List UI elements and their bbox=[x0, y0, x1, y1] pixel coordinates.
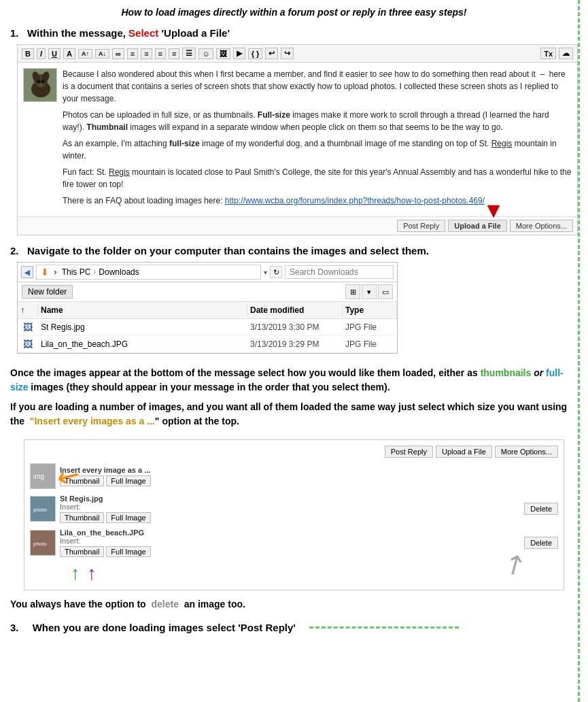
more-options-btn[interactable]: More Options... bbox=[510, 220, 573, 232]
lila-details: Lila_on_the_beach.JPG Insert: Thumbnail … bbox=[60, 529, 520, 557]
step1-prefix: Within the message, bbox=[27, 27, 126, 39]
new-folder-btn[interactable]: New folder bbox=[22, 285, 73, 299]
lila-thumbnail-btn[interactable]: Thumbnail bbox=[60, 546, 104, 557]
step3-text3: images (they should appear in your messa… bbox=[28, 382, 390, 392]
date-col-header[interactable]: Date modified bbox=[247, 304, 343, 316]
back-btn[interactable]: ◀ bbox=[21, 266, 33, 278]
path-downloads-label[interactable]: Downloads bbox=[99, 267, 139, 277]
step-final-heading: 3. When you are done loading images sele… bbox=[10, 622, 578, 633]
align-btn[interactable]: ☰ bbox=[182, 48, 196, 59]
forum-toolbar: B I U A A↑ A↓ ∞ ≡ ≡ ≡ ≡ ☰ ☺ 🖼 ▶ { } ↩ ↪ … bbox=[18, 45, 577, 63]
code-btn[interactable]: { } bbox=[248, 48, 263, 59]
page-title: How to load images directly within a for… bbox=[10, 7, 578, 18]
purple-arrow-icon: ↑ bbox=[87, 563, 97, 584]
name-col-header[interactable]: Name bbox=[38, 304, 247, 316]
link-btn[interactable]: ∞ bbox=[112, 48, 124, 59]
underline-btn[interactable]: U bbox=[48, 48, 60, 59]
forum-text-content: Because I also wondered about this when … bbox=[63, 68, 572, 211]
svg-text:photo: photo bbox=[33, 507, 48, 513]
faq-link[interactable]: http://www.wcba.org/forums/index.php?thr… bbox=[225, 196, 485, 205]
view-dropdown-btn[interactable]: ▾ bbox=[362, 284, 377, 299]
sort-icon-col: ↑ bbox=[18, 304, 38, 316]
explorer-toolbar: New folder ⊞ ▾ ▭ bbox=[18, 282, 397, 302]
file-date: 3/13/2019 3:29 PM bbox=[247, 339, 343, 349]
panel-more-btn[interactable]: More Options... bbox=[495, 446, 558, 458]
cloud-btn[interactable]: ☁ bbox=[559, 48, 573, 59]
video-btn[interactable]: ▶ bbox=[233, 48, 245, 59]
lila-delete-btn[interactable]: Delete bbox=[524, 537, 558, 549]
step2-text: Navigate to the folder on your computer … bbox=[27, 245, 429, 256]
type-col-header[interactable]: Type bbox=[343, 304, 397, 316]
delete-text2: an image too. bbox=[184, 599, 245, 609]
stregis-thumbnail-btn[interactable]: Thumbnail bbox=[60, 512, 104, 523]
table-row[interactable]: 🖼 Lila_on_the_beach.JPG 3/13/2019 3:29 P… bbox=[18, 336, 397, 353]
column-headers: ↑ Name Date modified Type bbox=[18, 302, 397, 319]
bottom-arrows: ↑ ↑ bbox=[71, 563, 558, 584]
path-bar: ⬇ › This PC › Downloads bbox=[36, 265, 261, 280]
dashed-line bbox=[309, 626, 459, 629]
forum-editor-box: B I U A A↑ A↓ ∞ ≡ ≡ ≡ ≡ ☰ ☺ 🖼 ▶ { } ↩ ↪ … bbox=[17, 44, 578, 235]
table-row[interactable]: 🖼 St Regis.jpg 3/13/2019 3:30 PM JPG Fil… bbox=[18, 319, 397, 336]
forum-para1: Because I also wondered about this when … bbox=[63, 68, 572, 105]
pane-btn[interactable]: ▭ bbox=[378, 284, 393, 299]
name-col-label: Name bbox=[41, 305, 63, 315]
insert-word: "Insert every images as a ... bbox=[30, 416, 155, 427]
step-final-text: When you are done loading images select … bbox=[33, 622, 296, 633]
details-view-btn[interactable]: ⊞ bbox=[345, 284, 360, 299]
thumbnails-word: thumbnails bbox=[481, 367, 532, 378]
type-col-label: Type bbox=[345, 305, 364, 315]
downloads-icon: ⬇ bbox=[41, 267, 49, 278]
svg-point-7 bbox=[38, 81, 40, 83]
image-row-stregis: photo St Regis.jpg Insert: Thumbnail Ful… bbox=[30, 495, 558, 523]
image-section: ↙ Post Reply Upload a File More Options.… bbox=[17, 439, 571, 590]
every-label: Insert every image as a ... bbox=[60, 466, 558, 474]
step1-select: Select bbox=[128, 27, 158, 39]
svg-text:img: img bbox=[33, 473, 44, 480]
image-btn[interactable]: 🖼 bbox=[216, 48, 230, 59]
stregis-delete-btn[interactable]: Delete bbox=[524, 503, 558, 515]
file-name: Lila_on_the_beach.JPG bbox=[38, 339, 247, 349]
lila-insert-label: Insert: bbox=[60, 537, 520, 545]
file-date: 3/13/2019 3:30 PM bbox=[247, 322, 343, 332]
path-this-pc-label[interactable]: This PC bbox=[62, 267, 91, 277]
lila-insert-btns: Thumbnail Full Image bbox=[60, 546, 520, 557]
post-reply-btn[interactable]: Post Reply bbox=[397, 220, 445, 232]
delete-paragraph: You always have the option to delete an … bbox=[10, 599, 578, 609]
panel-post-reply-btn[interactable]: Post Reply bbox=[385, 446, 433, 458]
ol-btn[interactable]: ≡ bbox=[141, 48, 152, 59]
image-row-lila: photo Lila_on_the_beach.JPG Insert: Thum… bbox=[30, 529, 558, 557]
fontsizedown-btn[interactable]: A↓ bbox=[95, 49, 109, 58]
step3-text1: Once the images appear at the bottom of … bbox=[10, 367, 481, 378]
smiley-btn[interactable]: ☺ bbox=[198, 48, 213, 59]
bold-btn[interactable]: B bbox=[22, 48, 34, 59]
outdent-btn[interactable]: ≡ bbox=[169, 48, 179, 59]
toolbar-right: Tx ☁ bbox=[540, 48, 573, 59]
path-thispc: › bbox=[52, 267, 59, 277]
refresh-btn[interactable]: ↻ bbox=[270, 266, 282, 278]
step1-number: 1. bbox=[10, 27, 19, 39]
search-input[interactable] bbox=[285, 265, 394, 279]
fontsize-btn[interactable]: A↑ bbox=[78, 49, 92, 58]
panel-upload-btn[interactable]: Upload a File bbox=[436, 446, 492, 458]
stregis-details: St Regis.jpg Insert: Thumbnail Full Imag… bbox=[60, 495, 520, 523]
stregis-fullimage-btn[interactable]: Full Image bbox=[106, 512, 150, 523]
source-btn[interactable]: Tx bbox=[540, 48, 556, 59]
italic-btn[interactable]: I bbox=[37, 48, 46, 59]
delete-text1: You always have the option to bbox=[10, 599, 146, 609]
lila-fullimage-btn[interactable]: Full Image bbox=[106, 546, 150, 557]
step4-paragraph: If you are loading a number of images, a… bbox=[10, 400, 578, 429]
forum-para2: Photos can be uploaded in full size, or … bbox=[63, 109, 572, 133]
indent-btn[interactable]: ≡ bbox=[155, 48, 166, 59]
redo-btn[interactable]: ↪ bbox=[281, 48, 294, 59]
step1-suffix: 'Upload a File' bbox=[161, 27, 229, 39]
every-fullimage-btn[interactable]: Full Image bbox=[106, 475, 150, 486]
every-thumb: img bbox=[30, 463, 56, 489]
toolbar-left: B I U A A↑ A↓ ∞ ≡ ≡ ≡ ≡ ☰ ☺ 🖼 ▶ { } ↩ ↪ bbox=[22, 48, 294, 59]
fontcolor-btn[interactable]: A bbox=[63, 48, 75, 59]
address-bar: ◀ ⬇ › This PC › Downloads ▾ ↻ bbox=[18, 263, 397, 282]
path-dropdown-btn[interactable]: ▾ bbox=[264, 269, 267, 276]
undo-btn[interactable]: ↩ bbox=[265, 48, 278, 59]
image-panel: Post Reply Upload a File More Options...… bbox=[24, 439, 564, 590]
ul-btn[interactable]: ≡ bbox=[127, 48, 138, 59]
lila-thumb: photo bbox=[30, 530, 56, 556]
